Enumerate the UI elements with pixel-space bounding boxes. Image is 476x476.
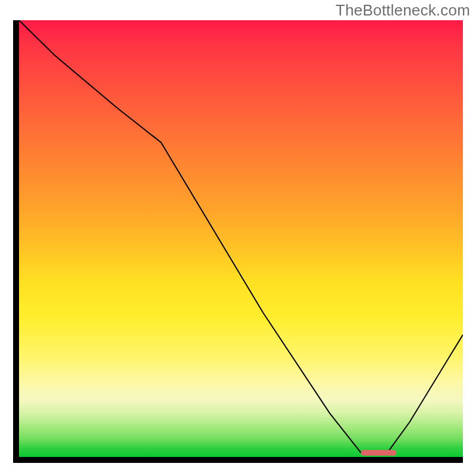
bottleneck-curve-line: [19, 20, 463, 453]
watermark-text: TheBottleneck.com: [336, 1, 470, 20]
plot-area: [13, 20, 463, 463]
chart-figure: TheBottleneck.com: [0, 0, 476, 476]
chart-svg: [19, 20, 463, 457]
optimal-range-marker: [361, 450, 396, 456]
